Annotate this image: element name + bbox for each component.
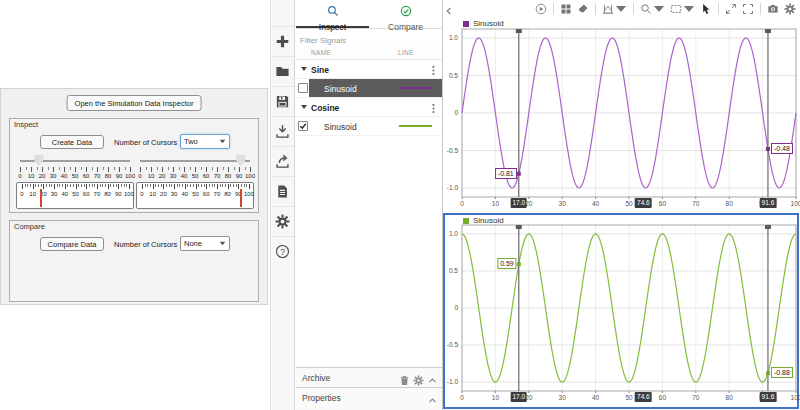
compare-panel-title: Compare — [14, 222, 45, 231]
slider-tick — [119, 167, 120, 172]
subplot-cosine[interactable]: Sinusoid1.00.50-0.5-1.001020304050607080… — [443, 213, 799, 409]
gauge-tick — [220, 184, 221, 187]
help-icon[interactable]: ? — [271, 236, 294, 266]
y-tick-label: -1.0 — [443, 184, 458, 191]
pointer-icon[interactable] — [700, 3, 712, 15]
collapse-triangle-icon[interactable] — [301, 67, 307, 71]
inspect-panel: Inspect Create Data Number of Cursors Tw… — [9, 118, 259, 213]
collapse-triangle-icon[interactable] — [301, 105, 307, 109]
x-tick-label: 0 — [460, 200, 464, 207]
fit-to-view-icon[interactable] — [670, 3, 695, 15]
slider-tick — [59, 167, 60, 170]
signal-line-swatch — [399, 87, 432, 89]
cursor-time-box[interactable]: 91.6 — [760, 392, 777, 402]
slider-tick — [108, 167, 109, 172]
fullscreen-icon[interactable] — [742, 3, 754, 15]
screen: Open the Simulation Data Inspector Inspe… — [0, 0, 800, 410]
chevron-up-icon[interactable] — [427, 392, 438, 410]
gauge-tick — [187, 184, 188, 187]
cursor-time-box[interactable]: 91.6 — [760, 198, 777, 208]
gauge-tick — [241, 184, 242, 187]
replay-icon[interactable] — [535, 3, 547, 15]
slider-tick-label: 40 — [181, 173, 188, 179]
slider-tick — [234, 167, 235, 170]
slider-thumb[interactable] — [236, 155, 245, 166]
cursor-time-box[interactable]: 17.0 — [510, 198, 527, 208]
gauge-tick — [206, 184, 207, 189]
subplot-sine[interactable]: Sinusoid1.00.50-0.5-1.001020304050607080… — [443, 19, 800, 212]
signal-line-swatch — [399, 125, 432, 127]
sdi-sidebar: ? — [270, 0, 295, 410]
tab-inspect[interactable]: Inspect — [296, 0, 369, 28]
gauge-tick — [97, 184, 98, 189]
signal-checkbox[interactable] — [298, 83, 308, 93]
cursor-handle[interactable] — [516, 225, 522, 229]
add-icon[interactable] — [271, 26, 294, 56]
gauge-tick — [236, 184, 237, 187]
compare-data-button[interactable]: Compare Data — [40, 237, 104, 251]
slider-tick-label: 0 — [138, 173, 141, 179]
gauge-tick — [204, 184, 205, 187]
gauge-tick — [158, 184, 159, 187]
slider-thumb[interactable] — [34, 155, 43, 166]
clear-icon[interactable] — [577, 3, 589, 15]
toolbar-separator — [595, 3, 596, 15]
inspect-slider-2[interactable]: 0102030405060708090100 — [136, 154, 254, 180]
inspect-cursors-label: Number of Cursors — [114, 138, 177, 147]
gauge-tick — [57, 184, 58, 187]
open-sdi-button[interactable]: Open the Simulation Data Inspector — [67, 95, 202, 111]
tab-compare[interactable]: Compare — [369, 0, 442, 28]
plot-settings-icon[interactable] — [784, 3, 796, 15]
cursor-handle[interactable] — [765, 225, 771, 229]
gauge-tick-label: 70 — [94, 191, 101, 197]
x-tick-label: 0 — [460, 394, 464, 401]
x-tick-label: 70 — [692, 200, 699, 207]
gauge-tick — [27, 184, 28, 187]
gauge-tick — [129, 184, 130, 189]
collapse-panel-icon[interactable] — [444, 2, 454, 20]
cursor-time-box[interactable]: 17.0 — [510, 392, 527, 402]
signal-row-body[interactable]: Sinusoid — [309, 117, 442, 135]
gauge-tick-label: 40 — [61, 191, 68, 197]
create-data-button[interactable]: Create Data — [40, 135, 104, 149]
cursor-handle[interactable] — [765, 29, 771, 33]
pop-out-icon[interactable] — [725, 3, 737, 15]
slider-tick — [179, 167, 180, 170]
import-icon[interactable] — [271, 116, 294, 146]
gauge-tick — [118, 184, 119, 189]
signal-checkbox[interactable] — [298, 121, 308, 131]
gauge-tick — [161, 184, 162, 187]
slider-tick — [157, 167, 158, 170]
signal-row-body[interactable]: Sinusoid — [309, 79, 442, 97]
inspect-cursors-dropdown[interactable]: Two — [180, 134, 230, 149]
plot-toolbar — [535, 1, 796, 17]
open-icon[interactable] — [271, 56, 294, 86]
snapshot-icon[interactable] — [767, 3, 779, 15]
create-report-icon[interactable] — [271, 176, 294, 206]
cursor-handle[interactable] — [516, 29, 522, 33]
slider-track[interactable] — [140, 160, 250, 162]
save-icon[interactable] — [271, 86, 294, 116]
inspect-slider-1[interactable]: 0102030405060708090100 — [16, 154, 134, 180]
archive-bar[interactable]: Archive — [296, 367, 442, 387]
slider-tick — [151, 167, 152, 172]
zoom-icon[interactable] — [640, 3, 665, 15]
group-row-sine[interactable]: Sine — [296, 60, 442, 79]
slider-tick — [26, 167, 27, 170]
gauge-needle — [40, 189, 42, 207]
gauge-tick-label: 30 — [171, 191, 178, 197]
preferences-icon[interactable] — [271, 206, 294, 236]
slider-tick-label: 50 — [192, 173, 199, 179]
signal-row-cosine[interactable]: Sinusoid — [296, 117, 442, 136]
slider-tick — [75, 167, 76, 172]
data-cursors-icon[interactable] — [602, 3, 627, 15]
compare-cursors-dropdown[interactable]: None — [180, 236, 230, 251]
slider-tick-label: 10 — [148, 173, 155, 179]
slider-tick — [168, 167, 169, 170]
properties-bar[interactable]: Properties — [296, 387, 442, 410]
signal-row-sine[interactable]: Sinusoid — [296, 79, 442, 98]
export-icon[interactable] — [271, 146, 294, 176]
slider-tick-label: 90 — [116, 173, 123, 179]
group-row-cosine[interactable]: Cosine — [296, 98, 442, 117]
layout-icon[interactable] — [560, 3, 572, 15]
